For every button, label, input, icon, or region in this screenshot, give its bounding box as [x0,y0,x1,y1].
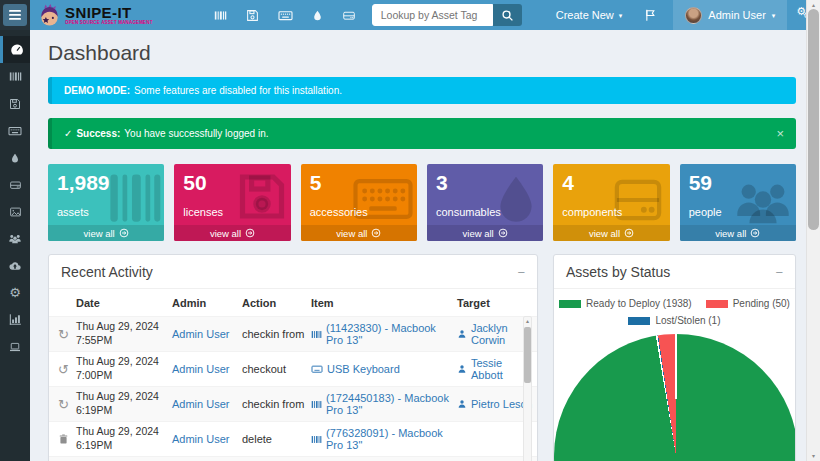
settings-gears-icon[interactable]: ⚙⚙ [797,7,802,23]
admin-link[interactable]: Admin User [172,328,229,340]
laptop-icon [8,341,22,353]
refresh-icon: ↻ [49,398,76,411]
sidebar-item-people[interactable] [0,225,30,252]
stat-label: components [562,206,669,218]
check-icon: ✓ [64,128,72,139]
asset-tag-search [372,4,522,26]
view-all-link[interactable]: view all [680,225,796,241]
assets-by-status-panel: Assets by Status − Ready to Deploy (1938… [553,254,796,461]
sidebar-item-kits[interactable] [0,198,30,225]
barcode-icon [311,434,322,445]
column-header-admin: Admin [172,297,242,309]
barcode-icon[interactable] [214,9,227,22]
sidebar-item-reports[interactable] [0,306,30,333]
admin-link[interactable]: Admin User [172,398,229,410]
sidebar-item-components[interactable] [0,171,30,198]
demo-mode-banner: DEMO MODE: Some features are disabled fo… [48,77,796,104]
chevron-down-icon: ▾ [619,12,623,19]
keyboard-icon[interactable] [278,9,293,22]
create-new-menu[interactable]: Create New ▾ [556,9,623,21]
item-link[interactable]: (776328091) - Macbook Pro 13" [326,427,453,451]
recent-activity-table: Date Admin Action Item Target ↻ Thu Aug … [49,289,537,461]
brand-logo[interactable]: SNIPE-IT OPEN SOURCE ASSET MANAGEMENT [30,0,190,30]
search-input[interactable] [372,4,493,26]
scroll-down-icon[interactable]: ▾ [807,452,820,460]
keyboard-icon [8,125,22,137]
stat-box-licenses: 50 licenses view all [174,164,290,241]
action-cell: delete [242,433,311,445]
sidebar-item-consumables[interactable] [0,144,30,171]
scroll-up-icon[interactable]: ▴ [807,1,820,9]
success-label: Success: [76,128,120,139]
stat-boxes: 1,989 assets view all 50 licenses view a… [48,164,796,241]
droplet-icon[interactable] [312,9,323,22]
search-icon [501,9,514,22]
view-all-label: view all [336,228,367,239]
flag-icon[interactable] [644,8,657,22]
sidebar-item-accessories[interactable] [0,117,30,144]
arrow-circle-right-icon [245,228,255,238]
demo-mode-label: DEMO MODE: [64,85,130,96]
table-scrollbar[interactable]: ▴ [523,316,532,461]
view-all-label: view all [210,228,241,239]
column-header-action: Action [242,297,311,309]
collapse-icon[interactable]: − [517,266,525,279]
quick-create-iconbar [214,9,356,22]
sidebar-item-requestable[interactable] [0,333,30,360]
view-all-label: view all [463,228,494,239]
admin-link[interactable]: Admin User [172,363,229,375]
action-cell: checkin from [242,328,311,340]
sidebar-item-assets[interactable] [0,63,30,90]
sidebar-item-import[interactable] [0,252,30,279]
users-icon [8,232,22,245]
barcode-icon [311,399,322,410]
action-cell: checkin from [242,398,311,410]
scroll-up-icon[interactable]: ▴ [524,317,531,325]
assets-by-status-header: Assets by Status − [554,255,795,289]
legend-item-pending: Pending (50) [706,298,790,309]
admin-link[interactable]: Admin User [172,433,229,445]
recent-activity-header: Recent Activity − [49,255,537,289]
stat-value: 4 [562,171,669,194]
stat-value: 5 [310,171,417,194]
stat-label: licenses [183,206,290,218]
view-all-link[interactable]: view all [427,225,543,241]
stat-label: accessories [310,206,417,218]
arrow-circle-right-icon [750,228,760,238]
scrollbar-thumb[interactable] [808,9,819,230]
view-all-link[interactable]: view all [301,225,417,241]
item-link[interactable]: (1724450183) - Macbook Pro 13" [326,392,453,416]
collapse-icon[interactable]: − [775,266,783,279]
table-row: Thu Aug 29, 2024 Admin User delete (2378… [49,457,537,461]
save-icon[interactable] [246,9,259,22]
save-icon [9,98,21,110]
sidebar-item-licenses[interactable] [0,90,30,117]
date-cell: Thu Aug 29, 20246:19PM [76,425,172,452]
view-all-link[interactable]: view all [553,225,669,241]
item-link[interactable]: (11423830) - Macbook Pro 13" [326,322,453,346]
search-button[interactable] [493,4,522,26]
stat-box-components: 4 components view all [553,164,669,241]
date-cell: Thu Aug 29, 20246:19PM [76,390,172,417]
action-cell: checkout [242,363,311,375]
view-all-link[interactable]: view all [48,225,164,241]
hamburger-button[interactable] [3,4,27,26]
harddrive-icon[interactable] [342,9,356,22]
item-link[interactable]: USB Keyboard [327,363,400,375]
close-icon[interactable]: × [776,127,784,140]
page-scrollbar[interactable]: ▴ ▾ [806,0,820,461]
demo-mode-text: Some features are disabled for this inst… [134,85,342,96]
cloud-upload-icon [8,260,22,272]
sidebar-item-dashboard[interactable] [0,36,30,63]
undo-icon: ↺ [49,363,76,376]
table-row: ↻ Thu Aug 29, 20247:55PM Admin User chec… [49,317,537,352]
table-row: ↻ Thu Aug 29, 20246:19PM Admin User chec… [49,387,537,422]
legend-swatch [706,300,728,308]
scrollbar-thumb[interactable] [524,327,531,383]
view-all-link[interactable]: view all [174,225,290,241]
legend-label: Pending (50) [733,298,790,309]
brand-text: SNIPE-IT OPEN SOURCE ASSET MANAGEMENT [65,5,182,26]
sidebar-item-settings[interactable]: ⚙ [0,279,30,306]
user-menu[interactable]: Admin User ▾ [673,0,787,30]
keyboard-icon [311,364,323,374]
